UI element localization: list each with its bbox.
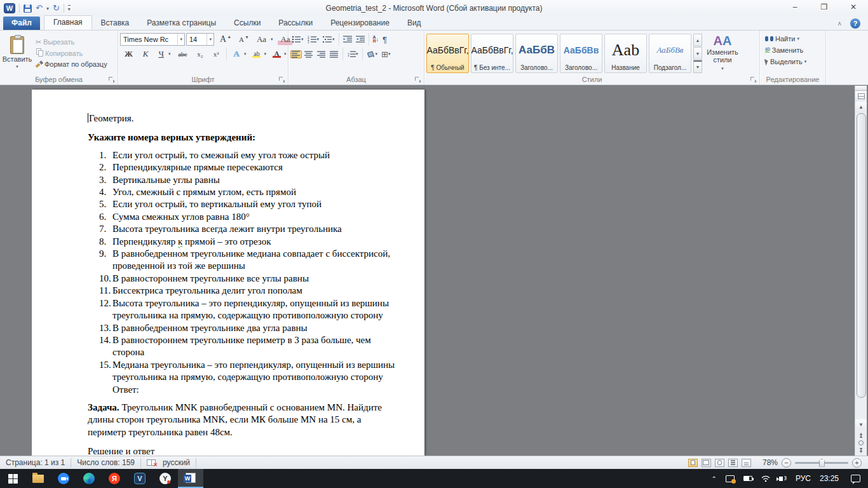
borders-button[interactable]: ⊞▾: [380, 49, 391, 60]
undo-button[interactable]: ↶: [36, 3, 43, 13]
start-button[interactable]: [0, 469, 25, 488]
redo-button[interactable]: ↻: [53, 3, 60, 13]
align-right-button[interactable]: [316, 50, 327, 58]
customize-qat-button[interactable]: ▾: [68, 5, 71, 12]
shading-button[interactable]: ▾: [365, 50, 379, 58]
style-heading2[interactable]: АаБбВв Заголово...: [560, 34, 602, 73]
increase-indent-button[interactable]: [355, 35, 366, 44]
bullets-button[interactable]: ▾: [290, 35, 305, 44]
change-case-button[interactable]: Аа▾: [252, 33, 275, 46]
tab-page-layout[interactable]: Разметка страницы: [138, 17, 225, 30]
vertical-scrollbar[interactable]: ▲ ▼ ▲▲ ▼▼: [855, 86, 867, 456]
tab-home[interactable]: Главная: [44, 15, 92, 30]
scroll-down-button[interactable]: ▼: [855, 419, 867, 430]
tab-view[interactable]: Вид: [398, 17, 430, 30]
action-center-button[interactable]: [843, 469, 868, 488]
previous-page-button[interactable]: ▲▲: [859, 433, 864, 438]
copy-button[interactable]: Копировать: [34, 49, 109, 58]
tab-mailings[interactable]: Рассылки: [269, 17, 322, 30]
zoom-in-button[interactable]: +: [852, 458, 862, 468]
styles-scroll-up[interactable]: ▲: [693, 34, 702, 46]
format-painter-button[interactable]: Формат по образцу: [34, 60, 109, 69]
styles-scroll-down[interactable]: ▼: [693, 47, 702, 60]
tab-review[interactable]: Рецензирование: [322, 17, 398, 30]
font-color-button[interactable]: А▾: [269, 50, 288, 58]
sort-button[interactable]: АЯ↓: [372, 35, 381, 44]
restore-button[interactable]: ❐: [810, 0, 839, 14]
highlight-button[interactable]: ab▾: [249, 50, 268, 58]
style-heading1[interactable]: АаБбВ Заголово...: [515, 34, 558, 73]
find-button[interactable]: Найти ▾: [763, 34, 808, 43]
undo-dropdown-icon[interactable]: ▾: [46, 6, 49, 11]
subscript-button[interactable]: x₂: [193, 49, 207, 59]
next-page-button[interactable]: ▼▼: [859, 448, 864, 453]
help-button[interactable]: ?: [850, 18, 860, 29]
replace-button[interactable]: abac Заменить: [763, 46, 808, 55]
collapse-ribbon-icon[interactable]: ˄: [837, 20, 841, 27]
taskbar-v-app[interactable]: V: [127, 469, 153, 488]
scroll-up-button[interactable]: ▲: [855, 102, 867, 112]
tab-references[interactable]: Ссылки: [225, 17, 269, 30]
paste-button[interactable]: Вставить ▾: [2, 32, 32, 74]
align-left-button[interactable]: [290, 50, 302, 58]
close-button[interactable]: ✕: [839, 0, 868, 14]
superscript-button[interactable]: x²: [209, 49, 224, 59]
outline-view-button[interactable]: [728, 459, 738, 467]
font-family-combo[interactable]: Times New Rc ▾: [120, 33, 185, 46]
split-handle[interactable]: [855, 86, 867, 91]
style-no-spacing[interactable]: АаБбВвГг, ¶ Без инте...: [471, 34, 513, 73]
tray-volume-icon[interactable]: [775, 469, 791, 488]
decrease-indent-button[interactable]: [342, 35, 353, 44]
scrollbar-thumb[interactable]: [857, 113, 866, 398]
proofing-status[interactable]: [141, 456, 161, 469]
zoom-out-button[interactable]: −: [782, 458, 791, 468]
bold-button[interactable]: Ж: [120, 48, 137, 60]
numbering-button[interactable]: 123▾: [306, 35, 321, 44]
taskbar-y-browser[interactable]: Y: [153, 469, 178, 488]
draft-view-button[interactable]: [742, 459, 751, 467]
taskbar-file-explorer[interactable]: [25, 469, 51, 488]
print-layout-view-button[interactable]: [688, 459, 698, 467]
styles-gallery-more[interactable]: ▼: [693, 60, 702, 73]
underline-button[interactable]: Ч▾: [154, 48, 173, 60]
ruler-toggle-button[interactable]: [855, 91, 867, 102]
fullscreen-reading-view-button[interactable]: [702, 459, 711, 467]
page-indicator[interactable]: Страница: 1 из 1: [0, 456, 71, 469]
minimize-button[interactable]: –: [780, 0, 810, 14]
tray-language[interactable]: РУС: [791, 469, 815, 488]
shrink-font-button[interactable]: А▼: [234, 34, 251, 44]
document-page[interactable]: Геометрия. Укажите номера верных утвержд…: [32, 90, 424, 456]
style-normal[interactable]: АаБбВвГг, ¶ Обычный: [426, 34, 469, 73]
justify-button[interactable]: [329, 50, 340, 58]
line-spacing-button[interactable]: ↕▾: [346, 50, 360, 58]
select-button[interactable]: Выделить ▾: [763, 57, 808, 66]
word-count[interactable]: Число слов: 159: [71, 456, 140, 469]
cut-button[interactable]: ✂ Вырезать: [34, 37, 109, 47]
style-subtitle[interactable]: АаБбВв Подзагол...: [649, 34, 691, 73]
tray-hidden-icons-chevron[interactable]: ⌃: [707, 469, 721, 488]
save-button[interactable]: [24, 4, 32, 13]
align-center-button[interactable]: [303, 50, 315, 58]
zoom-slider[interactable]: [795, 462, 848, 464]
language-indicator[interactable]: русский: [161, 456, 196, 469]
tray-display-icon[interactable]: [721, 469, 739, 488]
multilevel-list-button[interactable]: ▾: [322, 35, 336, 44]
style-title[interactable]: Aab Название: [604, 34, 647, 73]
font-size-combo[interactable]: 14 ▾: [186, 33, 214, 46]
tray-battery-icon[interactable]: [739, 469, 757, 488]
dialog-launcher-paragraph[interactable]: [415, 77, 421, 83]
taskbar-zoom-app[interactable]: [51, 469, 76, 488]
tab-file[interactable]: Файл: [3, 17, 40, 30]
zoom-slider-thumb[interactable]: [819, 459, 825, 467]
italic-button[interactable]: К: [139, 48, 153, 60]
zoom-level[interactable]: 78%: [763, 458, 778, 467]
taskbar-yandex[interactable]: Я: [102, 469, 127, 488]
dialog-launcher-font[interactable]: [279, 77, 285, 83]
show-marks-button[interactable]: ¶: [381, 34, 388, 45]
web-layout-view-button[interactable]: [715, 459, 724, 467]
grow-font-button[interactable]: А▲: [215, 33, 233, 46]
tray-clock[interactable]: 23:25: [815, 469, 843, 488]
dialog-launcher-clipboard[interactable]: [109, 77, 114, 83]
tray-wifi-icon[interactable]: [757, 469, 775, 488]
tab-insert[interactable]: Вставка: [92, 17, 139, 30]
